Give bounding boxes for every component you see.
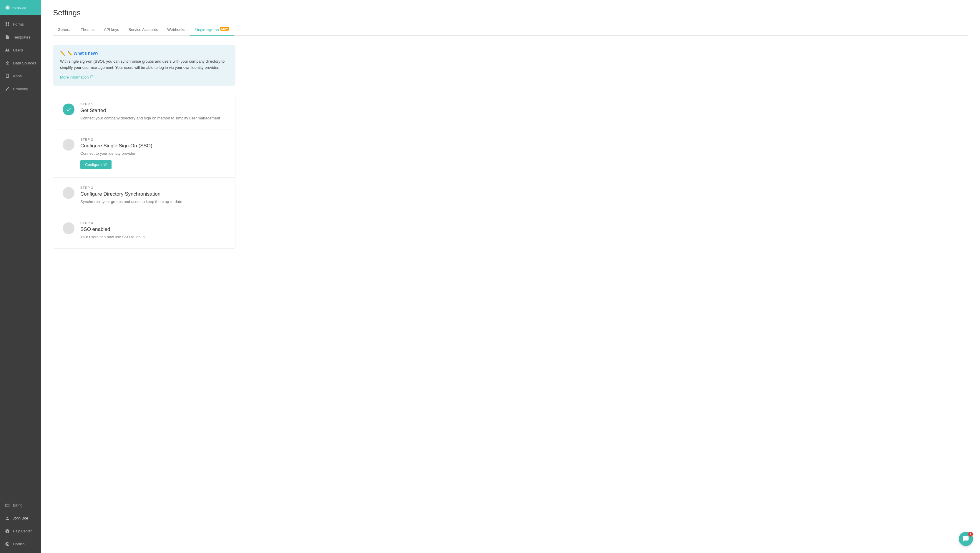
info-box-title-text: ✏️ What's new? (67, 51, 99, 56)
sidebar-item-branding[interactable]: Branding (0, 83, 41, 95)
step-item-1: STEP 1 Get Started Connect your company … (53, 94, 235, 130)
step-4-label: STEP 4 (80, 221, 226, 225)
step-1-content: STEP 1 Get Started Connect your company … (80, 102, 226, 121)
tab-service-accounts[interactable]: Service Accounts (124, 24, 163, 36)
step-item-2: STEP 2 Configure Single Sign-On (SSO) Co… (53, 129, 235, 178)
configure-external-icon (103, 162, 107, 167)
content-area: ✏️ ✏️ What's new? With single sign-on (S… (41, 36, 247, 258)
sidebar-nav: Forms Templates Users Data Sources Apps (0, 15, 41, 499)
configure-button-label: Configure (85, 162, 102, 167)
step-2-title: Configure Single Sign-On (SSO) (80, 143, 226, 149)
configure-button[interactable]: Configure (80, 160, 111, 169)
billing-icon (5, 503, 10, 508)
sidebar-item-users-label: Users (13, 48, 23, 52)
info-box-title: ✏️ ✏️ What's new? (60, 51, 228, 56)
download-icon (5, 60, 10, 65)
sidebar-item-apps-label: Apps (13, 74, 22, 78)
sidebar-item-forms[interactable]: Forms (0, 17, 41, 30)
sidebar-item-templates-label: Templates (13, 35, 30, 40)
sidebar-item-data-sources[interactable]: Data Sources (0, 56, 41, 70)
step-4-title: SSO enabled (80, 227, 226, 232)
tablet-icon (5, 73, 10, 78)
sidebar-item-branding-label: Branding (13, 87, 28, 91)
tabs-bar: General Themes API keys Service Accounts… (53, 24, 968, 36)
step-4-desc: Your users can now use SSO to log in (80, 234, 226, 240)
svg-rect-7 (8, 24, 9, 26)
tab-api-keys[interactable]: API keys (99, 24, 124, 36)
tab-themes[interactable]: Themes (76, 24, 99, 36)
step-2-content: STEP 2 Configure Single Sign-On (SSO) Co… (80, 138, 226, 169)
sidebar-item-templates[interactable]: Templates (0, 30, 41, 43)
svg-point-2 (7, 7, 8, 8)
chat-badge: 1 (968, 532, 973, 537)
step-4-content: STEP 4 SSO enabled Your users can now us… (80, 221, 226, 240)
step-3-desc: Synchronise your groups and users to kee… (80, 199, 226, 205)
file-icon (5, 34, 10, 40)
main-header: Settings General Themes API keys Service… (41, 0, 980, 36)
users-icon (5, 48, 10, 52)
tab-single-sign-on[interactable]: Single sign-onNEW (190, 24, 233, 36)
brush-icon (5, 86, 10, 92)
step-item-3: STEP 3 Configure Directory Synchronisati… (53, 178, 235, 213)
sidebar-item-english[interactable]: English (0, 538, 41, 551)
step-3-label: STEP 3 (80, 186, 226, 189)
grid-icon (5, 21, 10, 27)
page-title: Settings (53, 8, 968, 17)
sidebar-item-billing[interactable]: Billing (0, 499, 41, 512)
step-3-content: STEP 3 Configure Directory Synchronisati… (80, 186, 226, 205)
svg-rect-6 (6, 24, 7, 26)
step-item-4: STEP 4 SSO enabled Your users can now us… (53, 213, 235, 248)
external-link-icon (90, 75, 94, 79)
more-information-label: More information (60, 75, 89, 79)
sidebar-bottom: Billing John Doe Help Center English (0, 499, 41, 553)
step-2-circle (63, 139, 75, 151)
step-3-title: Configure Directory Synchronisation (80, 191, 226, 197)
sidebar-item-apps[interactable]: Apps (0, 70, 41, 83)
step-1-circle (63, 103, 75, 115)
new-badge: NEW (220, 27, 229, 30)
sidebar-item-english-label: English (13, 542, 24, 546)
step-1-desc: Connect your company directory and sign … (80, 115, 226, 121)
sidebar: moreapp Forms Templates Users Data Sou (0, 0, 41, 553)
sidebar-logo[interactable]: moreapp (0, 0, 41, 15)
step-4-circle (63, 222, 75, 234)
sidebar-item-data-sources-label: Data Sources (13, 61, 36, 65)
sidebar-item-john-doe[interactable]: John Doe (0, 512, 41, 525)
chat-button[interactable]: 1 (959, 532, 973, 546)
step-1-title: Get Started (80, 108, 226, 114)
tab-general[interactable]: General (53, 24, 76, 36)
svg-text:moreapp: moreapp (11, 6, 25, 10)
step-3-circle (63, 187, 75, 199)
sidebar-item-users[interactable]: Users (0, 43, 41, 56)
info-box-text: With single sign-on (SSO), you can synch… (60, 59, 228, 71)
svg-rect-4 (6, 22, 7, 24)
help-icon (5, 529, 10, 534)
steps-card: STEP 1 Get Started Connect your company … (53, 94, 235, 249)
main-content: Settings General Themes API keys Service… (41, 0, 980, 553)
step-2-label: STEP 2 (80, 138, 226, 141)
pencil-icon: ✏️ (60, 51, 65, 56)
step-2-desc: Connect to your identity provider (80, 151, 226, 156)
sidebar-item-billing-label: Billing (13, 503, 22, 507)
globe-icon (5, 542, 10, 547)
sidebar-item-help-center-label: Help Center (13, 529, 32, 533)
step-1-label: STEP 1 (80, 102, 226, 106)
sidebar-item-help-center[interactable]: Help Center (0, 525, 41, 538)
svg-rect-5 (8, 22, 9, 24)
info-box: ✏️ ✏️ What's new? With single sign-on (S… (53, 45, 235, 86)
sidebar-item-forms-label: Forms (13, 22, 24, 27)
sidebar-item-john-doe-label: John Doe (13, 516, 28, 520)
person-icon (5, 516, 10, 521)
tab-webhooks[interactable]: Webhooks (162, 24, 190, 36)
more-information-link[interactable]: More information (60, 75, 94, 79)
